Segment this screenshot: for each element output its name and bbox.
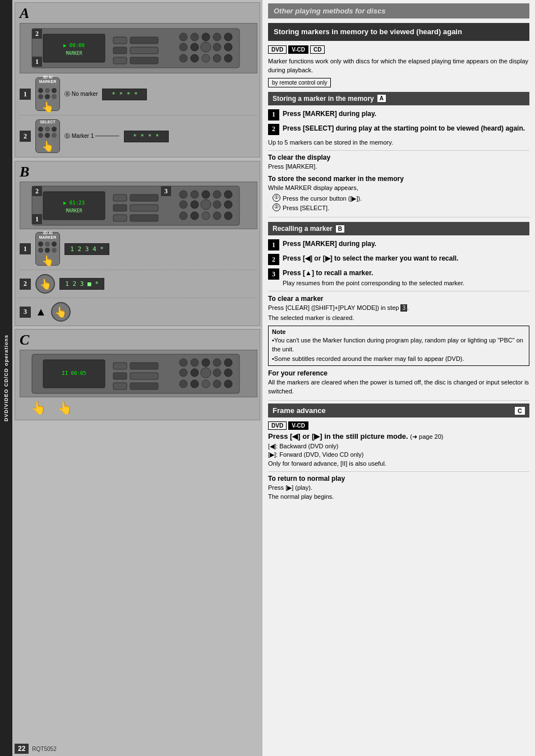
- section-b-illustration: B: [15, 161, 260, 326]
- inst-text-1a: Press [MARKER] during play.: [283, 109, 529, 119]
- svg-point-3: [202, 33, 210, 41]
- section-c-badge: C: [515, 407, 525, 415]
- svg-text:1: 1: [35, 215, 39, 223]
- svg-point-40: [179, 212, 187, 220]
- reference-text: All the markers are cleared when the pow…: [268, 378, 529, 396]
- svg-point-12: [191, 54, 199, 62]
- c-item-2: Only for forward advance, [II] is also u…: [268, 460, 529, 468]
- svg-text:3: 3: [164, 187, 168, 195]
- step-2-badge: 2: [20, 131, 31, 142]
- page-footer: 22 RQT5052: [15, 744, 57, 754]
- badge-dvd: DVD: [268, 45, 287, 54]
- svg-rect-19: [113, 37, 127, 44]
- svg-point-43: [213, 212, 221, 220]
- section-a-title-text: Storing a marker in the memory: [273, 95, 374, 103]
- circle-1: ①: [273, 194, 280, 202]
- b-marker-label: 3D AIMARKER: [39, 231, 57, 239]
- divider-3: [268, 291, 529, 291]
- second-marker-step1-text: Press the cursor button ([▶]).: [283, 194, 362, 203]
- b-step-3-badge: 3: [20, 307, 31, 318]
- b-hand-2: 👆: [35, 274, 55, 294]
- svg-text:▶ 00:00: ▶ 00:00: [63, 43, 85, 48]
- svg-text:MARKER: MARKER: [66, 51, 82, 56]
- divider-2: [268, 217, 529, 217]
- svg-point-38: [213, 201, 221, 208]
- clear-marker-text2: The selected marker is cleared.: [268, 314, 529, 322]
- device-svg-a: ▶ 00:00 MARKER 2 1: [26, 26, 251, 71]
- sidebar-label: DVD/VIDEO CD/CD operations: [0, 0, 12, 756]
- device-top-c: II 00:05: [20, 350, 257, 397]
- svg-point-34: [224, 191, 232, 198]
- step-ref: 3: [400, 304, 407, 312]
- lcd-display-1: * * * *: [102, 89, 147, 100]
- svg-point-30: [179, 191, 187, 198]
- inst-num-2b: 2: [268, 254, 279, 265]
- divider-4: [268, 400, 529, 401]
- b-step-2-badge: 2: [20, 279, 31, 290]
- clear-display-title: To clear the display: [268, 154, 529, 161]
- svg-rect-53: [130, 215, 158, 221]
- header-banner: Other playing methods for discs: [268, 3, 529, 18]
- main-title-box: Storing markers in memory to be viewed (…: [268, 23, 529, 41]
- inst-step-2a: 2 Press [SELECT] during play at the star…: [268, 124, 529, 135]
- b-hand-3: 👆: [51, 302, 71, 322]
- svg-point-2: [191, 33, 199, 41]
- svg-point-63: [202, 359, 210, 367]
- b-step-1-row: 1 3D AIMARKER 👆 1: [20, 230, 257, 267]
- divider-5: [268, 471, 529, 472]
- svg-rect-78: [113, 363, 127, 369]
- no-marker-annotation: ⓐ No marker: [64, 90, 98, 98]
- second-marker-intro: While MARKER display appears,: [268, 184, 529, 192]
- step-1-row: 1 3D AIMARKER 👆: [20, 76, 257, 113]
- svg-point-66: [179, 369, 187, 377]
- section-c-title-text: Frame advance: [273, 406, 326, 415]
- section-a-title-box: Storing a marker in the memory A: [268, 92, 529, 105]
- svg-point-8: [201, 42, 211, 52]
- c-item-0: [◀]: Backward (DVD only): [268, 442, 529, 451]
- inst-step-1a: 1 Press [MARKER] during play.: [268, 109, 529, 120]
- device-top-a: ▶ 00:00 MARKER 2 1: [20, 23, 257, 73]
- svg-rect-80: [113, 383, 127, 389]
- remote-mini-1: 3D AIMARKER 👆: [35, 77, 60, 111]
- svg-point-39: [224, 201, 232, 208]
- svg-text:▶ 01:23: ▶ 01:23: [63, 200, 85, 206]
- marker-label: 3D AIMARKER: [39, 75, 57, 84]
- normal-play-step2: The normal play begins.: [268, 493, 529, 501]
- c-hand-left: 👆: [31, 401, 46, 415]
- model-number: RQT5052: [32, 746, 56, 752]
- svg-point-42: [202, 212, 210, 220]
- c-badge-vcd: V-CD: [288, 421, 308, 430]
- normal-play-step1: Press [▶] (play).: [268, 484, 529, 492]
- svg-point-31: [191, 191, 199, 198]
- svg-rect-51: [130, 194, 158, 201]
- second-marker-steps: ① Press the cursor button ([▶]). ② Press…: [273, 194, 529, 212]
- badge-cd: CD: [310, 45, 325, 54]
- divider-1: [268, 150, 529, 151]
- svg-point-9: [213, 43, 221, 51]
- c-hand-right: 👆: [57, 401, 72, 415]
- section-b-label: B: [20, 164, 29, 180]
- select-label: SELECT: [40, 120, 56, 124]
- section-b-title-box: Recalling a marker B: [268, 222, 529, 235]
- svg-point-65: [224, 359, 232, 367]
- section-c-main-text: Press [◀] or [▶] in the still picture mo…: [268, 432, 529, 440]
- section-c-label: C: [20, 332, 29, 348]
- svg-point-5: [224, 33, 232, 41]
- svg-point-11: [179, 54, 187, 62]
- svg-point-74: [213, 380, 221, 388]
- section-b-badge: B: [336, 225, 344, 233]
- svg-point-44: [224, 212, 232, 220]
- section-c-badges: DVD V-CD: [268, 421, 529, 430]
- b-lcd-2: 1 2 3 ■ *: [59, 278, 104, 290]
- device-svg-b: ▶ 01:23 MARKER 2 1 3: [26, 183, 251, 228]
- lcd-display-2: * * * *: [124, 131, 169, 142]
- section-a-label: A: [20, 5, 29, 21]
- svg-point-41: [191, 212, 199, 220]
- remote-mini-2: SELECT 👆: [35, 119, 60, 153]
- svg-point-72: [191, 380, 199, 388]
- svg-text:2: 2: [35, 187, 39, 195]
- section-a-illustration: A: [15, 2, 260, 157]
- inst-step-1b: 1 Press [MARKER] during play.: [268, 239, 529, 251]
- svg-point-7: [191, 43, 199, 51]
- svg-point-35: [179, 201, 187, 208]
